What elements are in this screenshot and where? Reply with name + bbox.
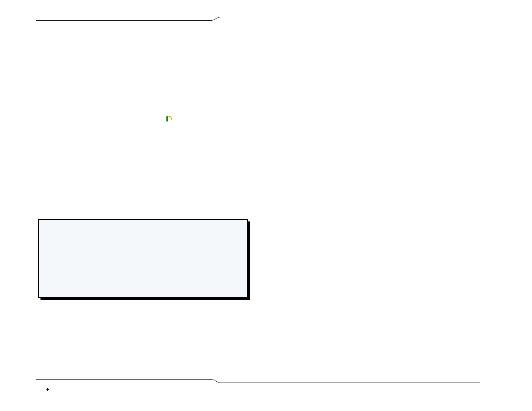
bottom-divider-left [36, 379, 211, 380]
svg-point-0 [166, 116, 168, 118]
highlight-box [38, 219, 250, 300]
highlight-box-panel [38, 219, 248, 298]
top-divider-right [221, 17, 480, 17]
bottom-divider-right [221, 383, 480, 383]
svg-rect-1 [166, 118, 168, 121]
document-page: ♦ [0, 0, 532, 411]
top-divider-tab [211, 17, 221, 21]
bottom-divider-tab [211, 379, 221, 383]
top-divider-left [36, 20, 211, 21]
decorative-inline-icon [165, 115, 173, 123]
footer-bullet: ♦ [46, 386, 49, 392]
